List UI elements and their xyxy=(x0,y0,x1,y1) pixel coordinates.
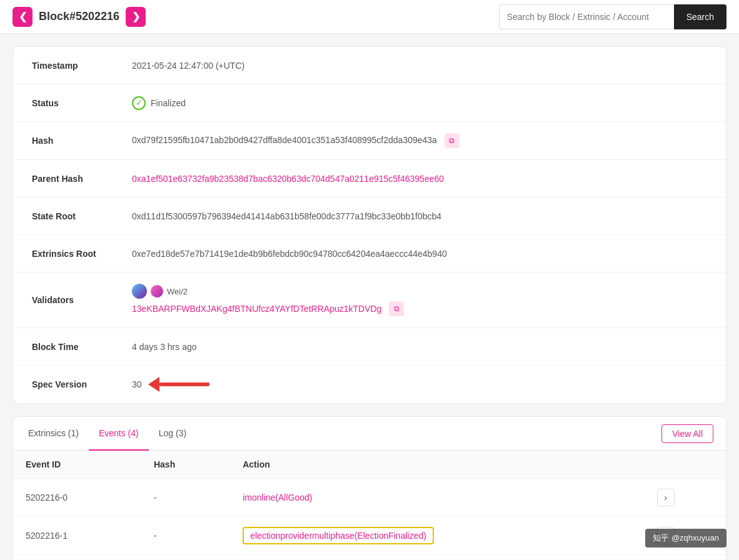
prev-block-button[interactable]: ❮ xyxy=(13,7,33,27)
event-detail-button[interactable]: › xyxy=(657,489,675,506)
hash-label: Hash xyxy=(32,136,132,146)
extrinsics-root-label: Extrinsics Root xyxy=(32,249,132,259)
validator-copy-icon[interactable]: ⧉ xyxy=(389,301,404,316)
validator-avatar xyxy=(151,285,163,298)
parent-hash-label: Parent Hash xyxy=(32,174,132,184)
table-row: 5202216-2-staking(StakingElection)› xyxy=(13,555,726,561)
event-action-cell: electionprovidermultiphase(ElectionFinal… xyxy=(230,517,644,555)
event-id-cell: 5202216-2 xyxy=(13,555,141,561)
hash-text: 0xd79f21595fb10471ab2b0d9427dffa8de4001c… xyxy=(132,135,437,145)
event-id-cell: 5202216-1 xyxy=(13,517,141,555)
timestamp-row: Timestamp 2021-05-24 12:47:00 (+UTC) xyxy=(13,47,726,84)
status-row: Status ✓ Finalized xyxy=(13,84,726,122)
main-content: Timestamp 2021-05-24 12:47:00 (+UTC) Sta… xyxy=(0,34,739,560)
header-left: ❮ Block#5202216 ❯ xyxy=(13,7,146,27)
search-button[interactable]: Search xyxy=(674,4,726,29)
event-action-cell: staking(StakingElection) xyxy=(230,555,644,561)
status-label: Status xyxy=(32,98,132,108)
check-circle-icon: ✓ xyxy=(132,96,146,110)
event-chevron-cell: › xyxy=(645,479,726,517)
state-root-value: 0xd11d1f5300597b796394ed41414ab631b58fe0… xyxy=(132,211,707,221)
table-header-row: Event ID Hash Action xyxy=(13,451,726,479)
status-text: Finalized xyxy=(151,98,186,108)
table-row: 5202216-1-electionprovidermultiphase(Ele… xyxy=(13,517,726,555)
hash-row: Hash 0xd79f21595fb10471ab2b0d9427dffa8de… xyxy=(13,122,726,160)
tab-log[interactable]: Log (3) xyxy=(149,417,196,451)
block-time-value: 4 days 3 hrs ago xyxy=(132,342,707,352)
tab-extrinsics[interactable]: Extrinsics (1) xyxy=(26,417,89,451)
header: ❮ Block#5202216 ❯ Search xyxy=(0,0,739,34)
spec-version-arrow xyxy=(149,377,209,392)
block-time-label: Block Time xyxy=(32,342,132,352)
col-hash: Hash xyxy=(141,451,230,479)
timestamp-label: Timestamp xyxy=(32,61,132,71)
view-all-button[interactable]: View All xyxy=(661,424,713,443)
event-chevron-cell: › xyxy=(645,517,726,555)
event-detail-button[interactable]: › xyxy=(657,527,675,544)
hash-value: 0xd79f21595fb10471ab2b0d9427dffa8de4001c… xyxy=(132,133,707,148)
table-row: 5202216-0-imonline(AllGood)› xyxy=(13,479,726,517)
spec-version-value: 30 xyxy=(132,377,707,392)
event-hash-cell: - xyxy=(141,555,230,561)
col-action-btn xyxy=(645,451,726,479)
validators-row: Validators Wei/2 13eKBARPFWBdXJAKg4fBTNU… xyxy=(13,272,726,328)
arrow-shaft-icon xyxy=(159,382,209,386)
hash-copy-icon[interactable]: ⧉ xyxy=(445,133,460,148)
state-root-label: State Root xyxy=(32,211,132,221)
extrinsics-root-row: Extrinsics Root 0xe7ed18de57e7b71419e1de… xyxy=(13,235,726,272)
parent-hash-link[interactable]: 0xa1ef501e63732fa9b23538d7bac6320b63dc70… xyxy=(132,174,444,184)
spec-version-row: Spec Version 30 xyxy=(13,366,726,403)
validators-label: Validators xyxy=(32,295,132,305)
validator-icon xyxy=(132,284,147,299)
block-time-row: Block Time 4 days 3 hrs ago xyxy=(13,328,726,366)
event-action-link[interactable]: electionprovidermultiphase(ElectionFinal… xyxy=(250,531,426,541)
col-action: Action xyxy=(230,451,644,479)
validators-value: Wei/2 13eKBARPFWBdXJAKg4fBTNUfcz4YAYfDTe… xyxy=(132,284,707,316)
validator-name-text: Wei/2 xyxy=(167,287,188,296)
tabs-header: Extrinsics (1) Events (4) Log (3) View A… xyxy=(13,417,726,451)
event-hash-cell: - xyxy=(141,479,230,517)
timestamp-value: 2021-05-24 12:47:00 (+UTC) xyxy=(132,61,707,71)
block-title: Block#5202216 xyxy=(39,10,119,23)
spec-version-label: Spec Version xyxy=(32,379,132,389)
tab-events[interactable]: Events (4) xyxy=(89,417,149,451)
spec-version-number: 30 xyxy=(132,379,142,389)
arrow-head-icon xyxy=(148,377,159,392)
event-chevron-cell: › xyxy=(645,555,726,561)
event-hash-cell: - xyxy=(141,517,230,555)
search-input[interactable] xyxy=(499,4,674,29)
header-search: Search xyxy=(499,4,726,29)
event-id-cell: 5202216-0 xyxy=(13,479,141,517)
next-block-button[interactable]: ❯ xyxy=(126,7,146,27)
events-table: Event ID Hash Action 5202216-0-imonline(… xyxy=(13,451,726,560)
extrinsics-root-value: 0xe7ed18de57e7b71419e1de4b9b6febdcb90c94… xyxy=(132,249,707,259)
tabs-card: Extrinsics (1) Events (4) Log (3) View A… xyxy=(13,416,726,560)
event-action-cell: imonline(AllGood) xyxy=(230,479,644,517)
col-event-id: Event ID xyxy=(13,451,141,479)
block-info-card: Timestamp 2021-05-24 12:47:00 (+UTC) Sta… xyxy=(13,46,726,404)
validator-address-link[interactable]: 13eKBARPFWBdXJAKg4fBTNUfcz4YAYfDTetRRApu… xyxy=(132,304,381,314)
status-value: ✓ Finalized xyxy=(132,96,707,110)
state-root-row: State Root 0xd11d1f5300597b796394ed41414… xyxy=(13,198,726,235)
parent-hash-value: 0xa1ef501e63732fa9b23538d7bac6320b63dc70… xyxy=(132,174,707,184)
event-action-link[interactable]: imonline(AllGood) xyxy=(243,492,312,502)
parent-hash-row: Parent Hash 0xa1ef501e63732fa9b23538d7ba… xyxy=(13,160,726,198)
